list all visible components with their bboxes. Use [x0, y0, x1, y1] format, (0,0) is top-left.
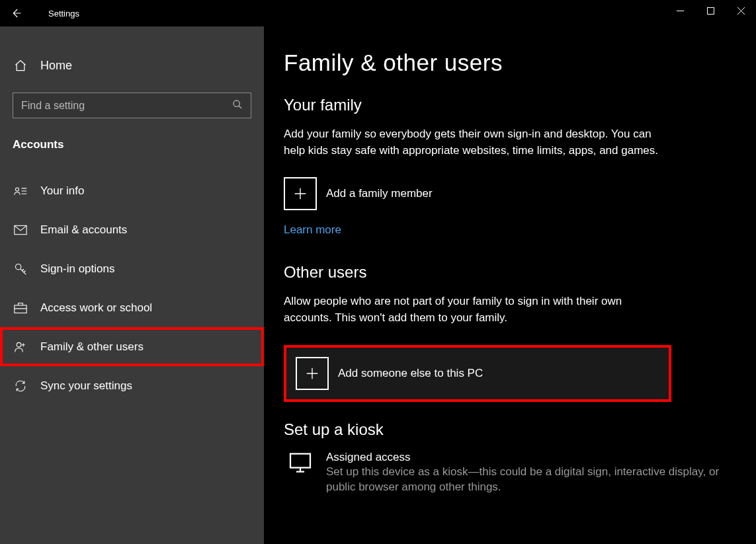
sync-icon — [13, 379, 28, 393]
sidebar-item-signin[interactable]: Sign-in options — [0, 249, 264, 288]
add-family-member-button[interactable]: Add a family member — [284, 177, 731, 210]
window-controls — [665, 0, 756, 26]
other-users-description: Allow people who are not part of your fa… — [284, 293, 661, 326]
search-box[interactable] — [13, 93, 251, 118]
sidebar-item-label: Family & other users — [40, 340, 144, 354]
close-button[interactable] — [726, 0, 756, 21]
close-icon — [737, 7, 745, 15]
add-family-label: Add a family member — [326, 187, 433, 200]
kiosk-heading: Set up a kiosk — [284, 420, 731, 439]
svg-point-1 — [233, 100, 239, 106]
people-icon — [13, 340, 28, 354]
search-input[interactable] — [21, 100, 232, 112]
page-title: Family & other users — [284, 50, 731, 76]
sidebar-item-email[interactable]: Email & accounts — [0, 210, 264, 249]
window-title: Settings — [32, 9, 79, 19]
family-description: Add your family so everybody gets their … — [284, 126, 661, 159]
briefcase-icon — [13, 302, 28, 314]
svg-point-6 — [17, 342, 21, 347]
sidebar-item-label: Your info — [40, 184, 84, 198]
maximize-button[interactable] — [695, 0, 726, 21]
sidebar-item-work[interactable]: Access work or school — [0, 288, 264, 327]
sidebar-item-sync[interactable]: Sync your settings — [0, 366, 264, 405]
sidebar-item-family[interactable]: Family & other users — [0, 327, 264, 366]
key-icon — [13, 262, 28, 276]
search-icon — [232, 99, 243, 112]
assigned-access-button[interactable]: Assigned access Set up this device as a … — [284, 451, 731, 496]
back-button[interactable] — [0, 0, 32, 26]
monitor-icon — [284, 451, 317, 475]
svg-rect-7 — [290, 453, 310, 467]
svg-rect-5 — [15, 305, 26, 313]
svg-rect-0 — [707, 7, 714, 14]
family-heading: Your family — [284, 96, 731, 114]
category-label: Accounts — [0, 118, 264, 159]
add-someone-else-button[interactable]: Add someone else to this PC — [284, 345, 671, 402]
svg-point-2 — [16, 188, 19, 191]
sidebar-item-label: Email & accounts — [40, 223, 127, 237]
learn-more-link[interactable]: Learn more — [284, 223, 341, 237]
plus-icon — [296, 357, 329, 390]
plus-icon — [284, 177, 317, 210]
kiosk-title: Assigned access — [326, 451, 731, 464]
title-bar: Settings — [0, 0, 756, 26]
minimize-button[interactable] — [665, 0, 695, 21]
sidebar-item-label: Sync your settings — [40, 379, 132, 393]
content-area: Family & other users Your family Add you… — [264, 26, 756, 544]
sidebar-item-label: Sign-in options — [40, 262, 114, 276]
other-users-heading: Other users — [284, 263, 731, 282]
svg-point-4 — [16, 264, 21, 269]
sidebar-item-label: Access work or school — [40, 301, 152, 315]
person-card-icon — [13, 186, 28, 196]
mail-icon — [13, 225, 28, 235]
back-arrow-icon — [10, 7, 22, 19]
home-label: Home — [40, 59, 72, 73]
add-someone-label: Add someone else to this PC — [338, 367, 483, 380]
home-icon — [13, 59, 28, 72]
kiosk-description: Set up this device as a kiosk—this could… — [326, 464, 731, 496]
minimize-icon — [677, 7, 684, 15]
home-nav[interactable]: Home — [0, 46, 264, 85]
maximize-icon — [707, 7, 714, 15]
sidebar-item-your-info[interactable]: Your info — [0, 171, 264, 210]
sidebar: Home Accounts Your info — [0, 26, 264, 544]
